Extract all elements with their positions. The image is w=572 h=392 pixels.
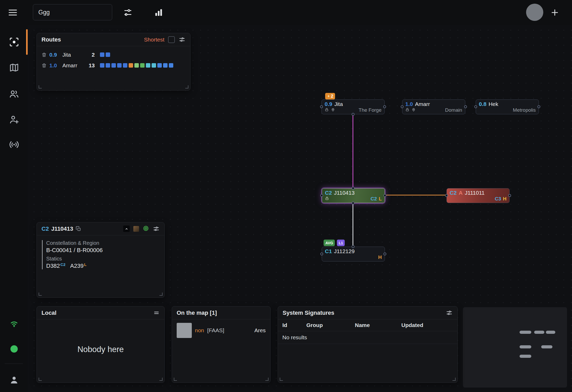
route-destination[interactable]: Amarr xyxy=(62,62,83,69)
route-destination[interactable]: Jita xyxy=(62,52,83,58)
route-segment xyxy=(106,52,110,57)
resize-handle[interactable] xyxy=(159,293,163,296)
connector-dot[interactable] xyxy=(445,194,448,197)
user-avatar[interactable] xyxy=(526,4,543,21)
shortest-checkbox[interactable] xyxy=(168,36,175,43)
column-updated[interactable]: Updated xyxy=(401,322,423,328)
connector-dot[interactable] xyxy=(383,105,386,108)
connection-j110413-j111011[interactable] xyxy=(385,195,446,195)
route-segment xyxy=(152,63,156,68)
routes-settings-icon[interactable] xyxy=(178,36,186,43)
route-segment xyxy=(100,52,104,57)
system-name: J112129 xyxy=(334,248,355,254)
static-class-label: C3 xyxy=(495,196,501,202)
resize-handle[interactable] xyxy=(39,85,42,88)
skeleton-bar xyxy=(520,355,531,358)
kills-badge: 2 xyxy=(325,93,335,99)
connector-dot[interactable] xyxy=(320,253,323,256)
route-segment xyxy=(140,63,145,68)
system-name: J111011 xyxy=(465,190,485,196)
connection-status-icon[interactable] xyxy=(9,318,20,329)
connector-dot[interactable] xyxy=(401,105,404,108)
resize-handle[interactable] xyxy=(185,85,188,88)
column-id[interactable]: Id xyxy=(282,322,306,328)
system-info-settings-icon[interactable] xyxy=(153,225,160,232)
route-segment xyxy=(123,63,127,68)
resize-handle[interactable] xyxy=(452,378,456,381)
resize-handle[interactable] xyxy=(265,378,269,381)
menu-icon[interactable] xyxy=(7,7,19,19)
map-pin-icon xyxy=(331,107,335,113)
route-jump-count: 13 xyxy=(86,62,95,69)
wormhole-class-label: C2 xyxy=(325,190,332,196)
delete-route-icon[interactable] xyxy=(41,63,47,68)
connector-dot[interactable] xyxy=(352,202,355,205)
sidebar-item-map[interactable] xyxy=(9,62,20,73)
connector-dot[interactable] xyxy=(508,194,511,197)
connector-dot[interactable] xyxy=(474,105,477,108)
connection-j110413-j112129[interactable] xyxy=(353,203,353,247)
map-canvas[interactable]: 2 0.9 Jita The Forge 1.0 Amarr Domain 0.… xyxy=(28,25,572,392)
connector-dot[interactable] xyxy=(384,194,386,197)
connector-dot[interactable] xyxy=(352,245,355,248)
column-name[interactable]: Name xyxy=(355,322,401,328)
resize-handle[interactable] xyxy=(174,378,177,381)
static-entry: A239 L xyxy=(70,263,87,269)
connector-dot[interactable] xyxy=(538,105,540,108)
route-segment xyxy=(117,63,122,68)
system-node-hek[interactable]: 0.8 Hek Metropolis xyxy=(476,99,539,114)
resize-handle[interactable] xyxy=(39,378,42,381)
sidebar-item-profile[interactable] xyxy=(9,375,20,385)
route-segment xyxy=(111,63,116,68)
lightning-icon xyxy=(327,94,330,98)
system-name: Hek xyxy=(488,101,498,107)
l1-badge: L1 xyxy=(337,240,345,246)
skeleton-bar xyxy=(534,331,544,334)
filter-settings-icon[interactable] xyxy=(122,7,134,18)
statics-label: Statics xyxy=(46,256,159,262)
signatures-settings-icon[interactable] xyxy=(446,309,453,316)
active-item-indicator xyxy=(26,29,28,55)
wormhole-class-label: C1 xyxy=(325,248,332,254)
sidebar-item-tracking[interactable] xyxy=(9,37,20,47)
skeleton-bar xyxy=(541,345,552,348)
kills-count: 2 xyxy=(331,94,333,99)
resize-handle[interactable] xyxy=(280,378,283,381)
pilot-row[interactable]: non [FAAS] Ares xyxy=(172,319,270,341)
connection-jita-j110413[interactable] xyxy=(353,114,353,188)
resize-handle[interactable] xyxy=(159,378,163,381)
connector-dot[interactable] xyxy=(320,105,323,108)
static-class-tag: C2 xyxy=(61,262,65,267)
activity-chart-icon[interactable] xyxy=(152,7,165,18)
connector-dot[interactable] xyxy=(352,113,355,116)
system-node-amarr[interactable]: 1.0 Amarr Domain xyxy=(402,99,465,114)
column-group[interactable]: Group xyxy=(306,322,355,328)
system-class-label: C2 xyxy=(41,225,49,232)
system-node-j110413-selected[interactable]: C2 J110413 C2 L xyxy=(322,188,385,203)
constellation-region-value: B-C00041 / B-R00006 xyxy=(46,247,159,254)
system-node-jita[interactable]: 0.9 Jita The Forge xyxy=(321,99,385,114)
lock-icon xyxy=(405,107,409,113)
static-class-label: C2 xyxy=(371,196,377,202)
add-icon[interactable] xyxy=(549,7,561,18)
sidebar-item-add-character[interactable] xyxy=(9,114,20,125)
route-segment xyxy=(146,63,150,68)
system-node-j111011[interactable]: C2 A J111011 C3 H xyxy=(446,188,510,203)
connector-dot[interactable] xyxy=(464,105,467,108)
system-node-j112129[interactable]: C1 J112129 H xyxy=(322,247,385,262)
map-pin-icon xyxy=(412,107,416,113)
loading-skeleton-panel xyxy=(463,307,567,388)
copy-icon[interactable] xyxy=(76,226,81,231)
static-entry: D382 C2 xyxy=(46,263,65,269)
map-name-input[interactable] xyxy=(33,4,112,20)
shortest-mode-label[interactable]: Shortest xyxy=(144,37,164,43)
delete-route-icon[interactable] xyxy=(41,52,47,57)
resize-handle[interactable] xyxy=(39,293,42,296)
system-name: Jita xyxy=(334,101,343,107)
local-list-icon[interactable] xyxy=(153,310,160,316)
connector-dot[interactable] xyxy=(320,194,323,197)
connector-dot[interactable] xyxy=(384,253,386,256)
connector-dot[interactable] xyxy=(352,187,355,190)
sidebar-item-broadcast[interactable] xyxy=(9,139,20,150)
sidebar-item-characters[interactable] xyxy=(9,88,20,99)
